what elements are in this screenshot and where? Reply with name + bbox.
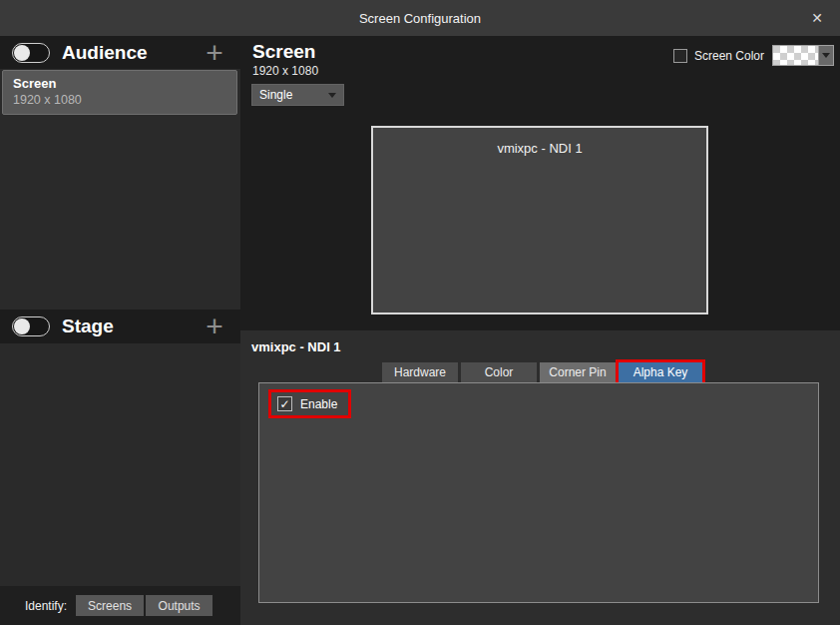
- toggle-knob: [14, 45, 30, 61]
- preview-source-label: vmixpc - NDI 1: [497, 141, 582, 156]
- screen-color-row: Screen Color: [673, 45, 834, 66]
- settings-tabs: Hardware Color Corner Pin Alpha Key: [382, 362, 702, 382]
- page-title: Screen: [252, 41, 315, 63]
- add-stage-screen-icon[interactable]: +: [201, 312, 228, 340]
- screen-preview-canvas[interactable]: vmixpc - NDI 1: [371, 126, 708, 314]
- identify-bar: Identify: Screens Outputs: [0, 586, 240, 625]
- tab-color[interactable]: Color: [461, 362, 537, 382]
- screen-color-checkbox[interactable]: [673, 49, 687, 63]
- audience-section-header: Audience +: [0, 36, 240, 69]
- screen-item-title: Screen: [13, 76, 226, 91]
- dropdown-arrow-button[interactable]: [818, 46, 833, 65]
- sidebar-item-screen[interactable]: Screen 1920 x 1080: [2, 70, 237, 115]
- check-icon: ✓: [279, 397, 289, 411]
- identify-outputs-button[interactable]: Outputs: [146, 595, 212, 616]
- enable-annotation-box: ✓ Enable: [268, 389, 351, 418]
- titlebar: Screen Configuration ✕: [0, 0, 840, 36]
- audience-label: Audience: [62, 42, 201, 64]
- screen-color-label: Screen Color: [694, 49, 764, 63]
- layout-dropdown-value: Single: [259, 88, 328, 102]
- stage-label: Stage: [62, 315, 201, 337]
- layout-dropdown[interactable]: Single: [251, 84, 344, 106]
- toggle-knob: [14, 318, 30, 334]
- source-settings-section: vmixpc - NDI 1 Hardware Color Corner Pin…: [240, 330, 840, 625]
- chevron-down-icon: [822, 53, 830, 58]
- transparency-checker-swatch: [773, 46, 818, 65]
- identify-screens-button[interactable]: Screens: [76, 595, 144, 616]
- audience-toggle[interactable]: [12, 43, 50, 63]
- chevron-down-icon: [328, 93, 336, 98]
- stage-section-header: Stage +: [0, 310, 240, 343]
- tab-corner-pin[interactable]: Corner Pin: [540, 362, 616, 382]
- tab-hardware[interactable]: Hardware: [382, 362, 458, 382]
- enable-checkbox[interactable]: ✓: [277, 396, 292, 411]
- source-title: vmixpc - NDI 1: [251, 339, 341, 354]
- screen-color-dropdown[interactable]: [772, 45, 834, 66]
- tab-alpha-key[interactable]: Alpha Key: [619, 362, 702, 382]
- alpha-key-panel: ✓ Enable: [258, 382, 819, 603]
- sidebar: Audience + Screen 1920 x 1080 Stage + Id…: [0, 36, 240, 625]
- enable-label: Enable: [300, 397, 337, 411]
- screen-resolution: 1920 x 1080: [252, 64, 318, 78]
- screen-item-resolution: 1920 x 1080: [13, 93, 226, 107]
- identify-label: Identify:: [25, 599, 67, 613]
- screen-preview-section: Screen 1920 x 1080 Screen Color Single v…: [240, 36, 840, 330]
- add-audience-screen-icon[interactable]: +: [201, 39, 228, 67]
- stage-toggle[interactable]: [12, 316, 50, 336]
- close-icon[interactable]: ✕: [802, 0, 832, 36]
- window-title: Screen Configuration: [359, 11, 481, 26]
